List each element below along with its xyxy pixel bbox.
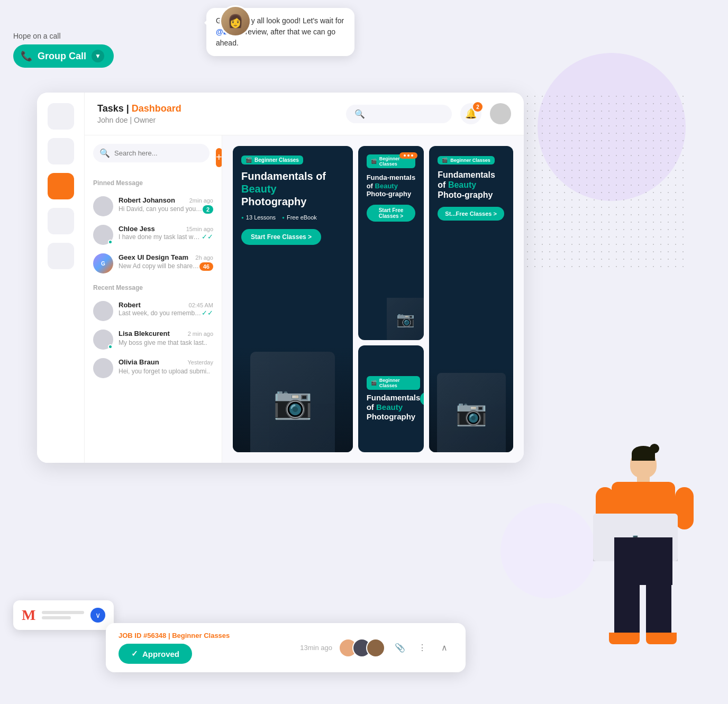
- avatar: [93, 196, 113, 216]
- contact-name: Olivia Braun: [119, 358, 159, 366]
- right-shoe: [646, 633, 677, 644]
- attachment-icon[interactable]: 📎: [392, 639, 408, 656]
- right-leg: [646, 582, 671, 635]
- sidebar-item-4[interactable]: [48, 208, 74, 234]
- more-options-button[interactable]: [399, 152, 417, 159]
- hair-bun: [650, 444, 659, 453]
- list-item[interactable]: Robert 02:45 AM Last week, do you rememb…: [93, 297, 213, 325]
- avatar: 👩: [220, 5, 251, 37]
- ad-badge: 🎬 Beginner Classes: [241, 156, 303, 164]
- message-search-row: 🔍 +: [93, 144, 213, 171]
- contact-name: Chloe Jess: [119, 225, 155, 233]
- right-arm: [675, 487, 694, 529]
- ad-cta-button[interactable]: Start Free Classes >: [367, 205, 416, 222]
- sidebar-item-active[interactable]: [48, 173, 74, 199]
- message-time: 02:45 AM: [189, 302, 213, 308]
- photographer-silhouette: 📷: [250, 352, 335, 452]
- ad-badge: 🎬 Beginner Classes: [438, 156, 495, 164]
- search-icon: 🔍: [99, 148, 110, 158]
- gmail-expand-button[interactable]: ∨: [90, 608, 105, 623]
- notification-avatars: [339, 638, 385, 657]
- ad-badge: 🎬 Beginner Classes: [367, 376, 421, 390]
- message-search[interactable]: 🔍: [93, 144, 210, 162]
- list-item[interactable]: Lisa Blekcurent 2 min ago My boss give m…: [93, 325, 213, 354]
- ad-meta: 13 Lessons Free eBook: [241, 214, 344, 221]
- message-preview: My boss give me that task last..: [119, 339, 207, 346]
- avatar: [93, 225, 113, 245]
- photographer-image: 📷: [233, 346, 353, 452]
- message-time: Yesterday: [187, 359, 213, 365]
- ad-card-wide: 🎬 Beginner Classes Fundamentals of Beaut…: [358, 345, 424, 452]
- content-panel: 🎬 Beginner Classes Fundamentals of Beaut…: [222, 135, 524, 463]
- read-receipt-icon: ✓✓: [202, 309, 213, 317]
- avatar: [366, 638, 385, 657]
- message-preview: Last week, do you remember?: [119, 309, 202, 317]
- ad-cta-button[interactable]: Start Free Classes >: [241, 229, 321, 245]
- messages-panel: 🔍 + Pinned Message Robert Johanson 2min …: [85, 135, 222, 463]
- collapse-icon[interactable]: ∧: [436, 639, 453, 656]
- avatar: [93, 301, 113, 321]
- wide-card-text: 🎬 Beginner Classes Fundamentals of Beaut…: [367, 376, 421, 422]
- notification-left: JOB ID #56348 | Beginner Classes ✓ Appro…: [119, 632, 230, 664]
- sidebar-item-2[interactable]: [48, 138, 74, 164]
- message-content: Lisa Blekcurent 2 min ago My boss give m…: [119, 330, 213, 347]
- message-search-input[interactable]: [114, 149, 203, 157]
- message-content: Robert Johanson 2min ago Hi David, can y…: [119, 196, 213, 214]
- add-message-button[interactable]: +: [216, 148, 222, 167]
- dashboard-card: Tasks | Dashboard John doe | Owner 🔍 🔔 2: [37, 93, 524, 463]
- small-photographer: 📷: [387, 298, 424, 340]
- group-call-button[interactable]: 📞 Group Call ▼: [13, 44, 114, 68]
- ad-title: Fundamentals of Beauty Photography: [241, 170, 344, 208]
- dashboard-header: Tasks | Dashboard John doe | Owner 🔍 🔔 2: [85, 93, 524, 135]
- ad-cta-button[interactable]: St...Free Classes >: [438, 207, 504, 221]
- page-subtitle: John doe | Owner: [97, 116, 181, 124]
- gmail-line-1: [42, 611, 84, 614]
- dotted-pattern: [516, 93, 686, 272]
- wide-ad-title: Fundamentals of Beauty Photography: [367, 393, 421, 422]
- online-indicator: [108, 344, 113, 349]
- message-preview: Hi David, can you send your...: [119, 205, 203, 213]
- message-time: 2min ago: [189, 197, 213, 204]
- dot-1: [404, 154, 406, 157]
- notification-button[interactable]: 🔔 2: [460, 103, 481, 124]
- message-time: 2 min ago: [188, 331, 213, 337]
- message-name-row: Robert Johanson 2min ago: [119, 196, 213, 204]
- wide-cta-button[interactable]: Start Free...: [420, 392, 424, 406]
- gmail-preview-lines: [42, 611, 84, 619]
- approved-button[interactable]: ✓ Approved: [119, 644, 192, 664]
- avatar-image: 👩: [221, 7, 250, 35]
- chevron-down-icon[interactable]: ▼: [92, 50, 104, 62]
- search-input[interactable]: [369, 110, 443, 118]
- avatar: [93, 358, 113, 378]
- phone-icon: 📞: [21, 50, 32, 62]
- notification-badge: 2: [473, 102, 483, 112]
- list-item[interactable]: Olivia Braun Yesterday Hei, you forget t…: [93, 354, 213, 382]
- message-content: Geex UI Design Team 2h ago New Ad copy w…: [119, 253, 213, 271]
- sidebar-item-1[interactable]: [48, 103, 74, 130]
- pants: [614, 537, 672, 585]
- message-name-row: Geex UI Design Team 2h ago: [119, 253, 213, 261]
- user-avatar[interactable]: [490, 103, 511, 124]
- list-item[interactable]: Chloe Jess 15min ago I have done my task…: [93, 221, 213, 249]
- contact-name: Geex UI Design Team: [119, 253, 188, 261]
- list-item[interactable]: G Geex UI Design Team 2h ago New Ad copy…: [93, 249, 213, 278]
- notification-actions: 📎 ⋮ ∧: [392, 639, 453, 656]
- message-content: Chloe Jess 15min ago I have done my task…: [119, 225, 213, 241]
- person-illustration: 💻: [585, 450, 702, 651]
- left-leg: [614, 582, 640, 635]
- sidebar-item-5[interactable]: [48, 243, 74, 269]
- message-content: Robert 02:45 AM Last week, do you rememb…: [119, 301, 213, 317]
- dot-3: [411, 154, 413, 157]
- list-item[interactable]: Robert Johanson 2min ago Hi David, can y…: [93, 192, 213, 221]
- header-left: Tasks | Dashboard John doe | Owner: [97, 103, 181, 124]
- more-options-icon[interactable]: ⋮: [414, 639, 431, 656]
- approved-checkmark: ✓: [131, 649, 138, 659]
- header-right: 🔍 🔔 2: [346, 103, 511, 124]
- wide-card-content: 🎬 Beginner Classes Fundamentals of Beaut…: [367, 354, 416, 444]
- search-box[interactable]: 🔍: [346, 105, 452, 123]
- ad-grid: 🎬 Beginner Classes Fundamentals of Beaut…: [233, 146, 513, 452]
- illustration-body: 💻: [585, 450, 702, 651]
- ad-title: Fundamentals of Beauty Photo-graphy: [438, 170, 505, 200]
- group-call-label: Group Call: [38, 51, 86, 62]
- head: [630, 450, 657, 478]
